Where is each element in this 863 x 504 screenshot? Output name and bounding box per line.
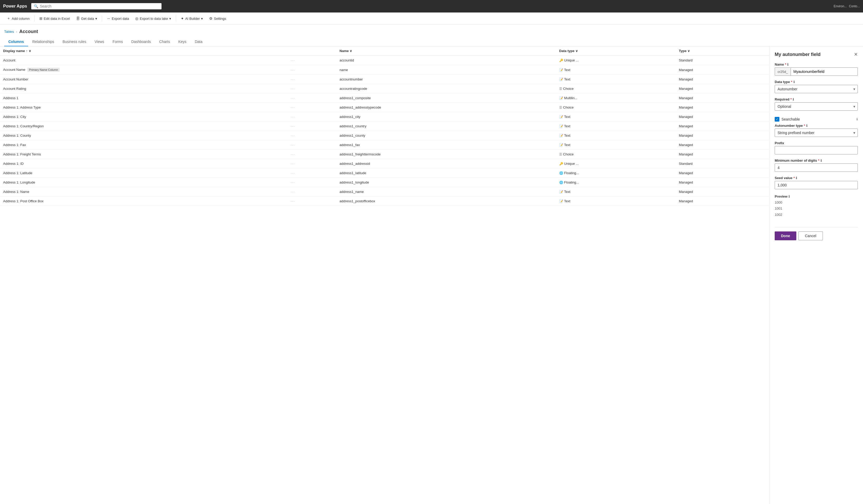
dots-menu-cell[interactable]: ··· — [288, 103, 336, 112]
min-digits-input[interactable] — [775, 164, 858, 172]
data-type-select-wrap: AutonumberTextChoiceLookupNumber ▾ — [775, 85, 858, 93]
row-dots-menu[interactable]: ··· — [291, 105, 295, 109]
export-icon: ↔ — [107, 16, 111, 21]
type-cell: Standard — [676, 159, 769, 168]
get-data-button[interactable]: 🗄 Get data ▾ — [74, 15, 100, 22]
nav-tab-views[interactable]: Views — [90, 38, 108, 46]
table-row: Address 1: Longitude ··· address1_longit… — [0, 178, 769, 187]
type-icon: 📝 — [559, 134, 563, 138]
searchable-info-icon[interactable]: ℹ — [856, 117, 858, 121]
seed-value-required-star: * — [793, 176, 795, 180]
display-name-cell: Address 1: ID — [0, 159, 288, 168]
name-info-icon[interactable]: ℹ — [787, 63, 788, 66]
row-dots-menu[interactable]: ··· — [291, 115, 295, 119]
row-dots-menu[interactable]: ··· — [291, 133, 295, 138]
columns-table: Display name ↑ ∨ Name ∨ Data type ∨ Type… — [0, 46, 769, 206]
seed-value-info-icon[interactable]: ℹ — [796, 176, 797, 180]
row-dots-menu[interactable]: ··· — [291, 143, 295, 147]
col-header-type[interactable]: Type ∨ — [676, 46, 769, 56]
data-icon: 🗄 — [76, 16, 80, 21]
name-cell: address1_addressid — [336, 159, 556, 168]
data-type-cell: ☰Choice — [556, 84, 676, 93]
prefix-input[interactable] — [775, 146, 858, 154]
dots-menu-cell[interactable]: ··· — [288, 196, 336, 206]
data-type-cell: 📝Text — [556, 75, 676, 84]
gear-icon: ⚙ — [209, 16, 213, 21]
nav-tab-relationships[interactable]: Relationships — [28, 38, 58, 46]
display-name-cell: Address 1: Post Office Box — [0, 196, 288, 206]
row-dots-menu[interactable]: ··· — [291, 180, 295, 184]
col-header-display-name[interactable]: Display name ↑ ∨ — [0, 46, 288, 56]
seed-value-field-label: Seed value * ℹ — [775, 176, 858, 180]
min-digits-required-star: * — [818, 158, 820, 163]
dots-menu-cell[interactable]: ··· — [288, 168, 336, 178]
ai-builder-button[interactable]: ✦ AI Builder ▾ — [178, 15, 205, 22]
dots-menu-cell[interactable]: ··· — [288, 131, 336, 140]
nav-tab-dashboards[interactable]: Dashboards — [127, 38, 155, 46]
row-dots-menu[interactable]: ··· — [291, 171, 295, 175]
dots-menu-cell[interactable]: ··· — [288, 121, 336, 131]
required-info-icon[interactable]: ℹ — [793, 98, 794, 101]
row-dots-menu[interactable]: ··· — [291, 58, 295, 62]
row-dots-menu[interactable]: ··· — [291, 87, 295, 91]
row-dots-menu[interactable]: ··· — [291, 124, 295, 128]
close-panel-button[interactable]: ✕ — [854, 52, 858, 57]
nav-tab-data[interactable]: Data — [191, 38, 207, 46]
row-dots-menu[interactable]: ··· — [291, 199, 295, 203]
dots-menu-cell[interactable]: ··· — [288, 56, 336, 65]
preview-info-icon[interactable]: ℹ — [788, 195, 790, 198]
type-cell: Managed — [676, 168, 769, 178]
settings-button[interactable]: ⚙ Settings — [207, 15, 229, 22]
search-box[interactable]: 🔍 — [31, 3, 162, 9]
type-cell: Managed — [676, 178, 769, 187]
nav-tab-keys[interactable]: Keys — [174, 38, 191, 46]
nav-tab-charts[interactable]: Charts — [155, 38, 174, 46]
search-input[interactable] — [40, 4, 159, 8]
edit-excel-button[interactable]: ⊞ Edit data in Excel — [37, 15, 72, 22]
name-input[interactable] — [791, 68, 858, 76]
breadcrumb-tables-link[interactable]: Tables — [4, 30, 14, 34]
name-cell: accountnumber — [336, 75, 556, 84]
row-dots-menu[interactable]: ··· — [291, 190, 295, 194]
type-cell: Managed — [676, 131, 769, 140]
dots-menu-cell[interactable]: ··· — [288, 84, 336, 93]
type-cell: Managed — [676, 187, 769, 196]
col-header-actions — [288, 46, 336, 56]
required-select[interactable]: OptionalBusiness recommendedBusiness req… — [775, 102, 858, 111]
row-dots-menu[interactable]: ··· — [291, 152, 295, 156]
data-type-select[interactable]: AutonumberTextChoiceLookupNumber — [775, 85, 858, 93]
row-dots-menu[interactable]: ··· — [291, 68, 295, 72]
dots-menu-cell[interactable]: ··· — [288, 187, 336, 196]
export-data-lake-button[interactable]: ◎ Export to data lake ▾ — [133, 15, 174, 22]
display-name-cell: Address 1: County — [0, 131, 288, 140]
nav-tab-business-rules[interactable]: Business rules — [58, 38, 90, 46]
done-button[interactable]: Done — [775, 231, 796, 240]
data-type-info-icon[interactable]: ℹ — [793, 80, 795, 84]
dots-menu-cell[interactable]: ··· — [288, 150, 336, 159]
row-dots-menu[interactable]: ··· — [291, 96, 295, 100]
cancel-button[interactable]: Cancel — [798, 231, 823, 240]
data-type-cell: 🌐Floating... — [556, 168, 676, 178]
dots-menu-cell[interactable]: ··· — [288, 140, 336, 150]
add-column-button[interactable]: ＋ Add column — [4, 15, 32, 22]
autonumber-type-info-icon[interactable]: ℹ — [806, 124, 808, 128]
col-header-data-type[interactable]: Data type ∨ — [556, 46, 676, 56]
row-dots-menu[interactable]: ··· — [291, 161, 295, 166]
dots-menu-cell[interactable]: ··· — [288, 65, 336, 75]
seed-value-input[interactable] — [775, 181, 858, 189]
searchable-checkbox[interactable]: ✓ — [775, 117, 779, 121]
dots-menu-cell[interactable]: ··· — [288, 93, 336, 103]
row-dots-menu[interactable]: ··· — [291, 77, 295, 81]
export-data-button[interactable]: ↔ Export data — [104, 15, 132, 22]
dots-menu-cell[interactable]: ··· — [288, 159, 336, 168]
type-cell: Standard — [676, 56, 769, 65]
dots-menu-cell[interactable]: ··· — [288, 75, 336, 84]
dots-menu-cell[interactable]: ··· — [288, 112, 336, 121]
dots-menu-cell[interactable]: ··· — [288, 178, 336, 187]
col-header-name[interactable]: Name ∨ — [336, 46, 556, 56]
autonumber-type-select[interactable]: String prefixed numberDate prefixed numb… — [775, 129, 858, 137]
min-digits-info-icon[interactable]: ℹ — [821, 159, 822, 163]
nav-tab-columns[interactable]: Columns — [4, 38, 28, 46]
nav-tab-forms[interactable]: Forms — [108, 38, 127, 46]
data-type-cell: 📝Text — [556, 140, 676, 150]
